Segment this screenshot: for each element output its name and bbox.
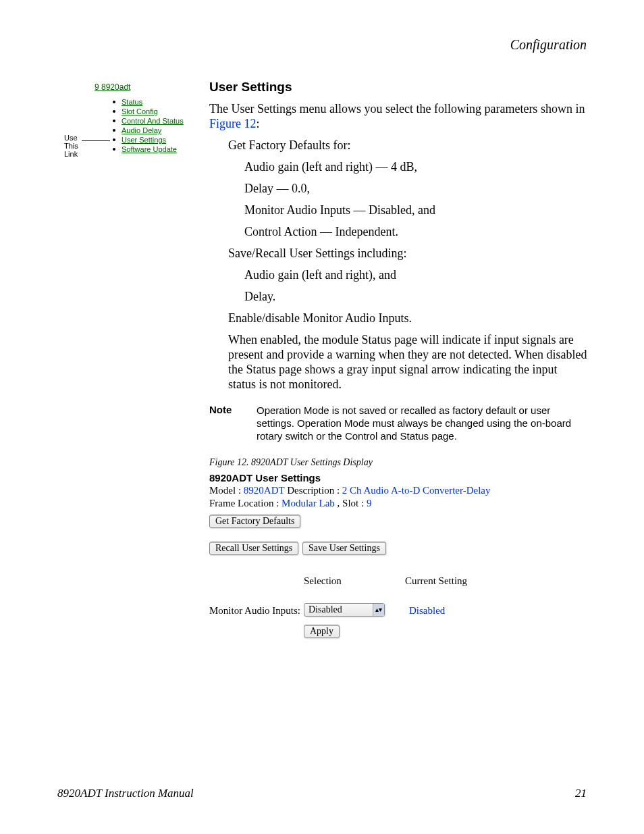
list-item: Audio gain (left and right) — 4 dB, <box>244 159 587 174</box>
ui-location-line: Frame Location : Modular Lab , Slot : 9 <box>209 498 587 509</box>
current-setting-value: Disabled <box>405 605 445 616</box>
group-lead: Get Factory Defaults for: <box>228 138 587 153</box>
ui-model-line: Model : 8920ADT Description : 2 Ch Audio… <box>209 485 587 496</box>
note-label: Note <box>209 404 257 415</box>
recall-user-settings-button[interactable]: Recall User Settings <box>209 542 298 555</box>
label-text: Description : <box>284 485 342 496</box>
save-user-settings-button[interactable]: Save User Settings <box>302 542 386 555</box>
group-text: When enabled, the module Status page wil… <box>228 332 587 392</box>
page-footer: 8920ADT Instruction Manual 21 <box>57 787 587 800</box>
ui-panel-title: 8920ADT User Settings <box>209 472 587 484</box>
sidebar-item-status[interactable]: Status <box>122 98 142 106</box>
slot-link[interactable]: 9 <box>367 498 372 509</box>
apply-button[interactable]: Apply <box>304 625 340 638</box>
sidebar-item-control-and-status[interactable]: Control And Status <box>122 117 184 125</box>
intro-text: The User Settings menu allows you select… <box>209 102 585 115</box>
footer-page-number: 21 <box>575 787 587 800</box>
sidebar-item-software-update[interactable]: Software Update <box>122 145 177 153</box>
figure-caption: Figure 12. 8920ADT User Settings Display <box>209 457 587 468</box>
list-item: Audio gain (left and right), and <box>244 267 587 282</box>
intro-paragraph: The User Settings menu allows you select… <box>209 101 587 131</box>
select-value: Disabled <box>304 604 373 615</box>
intro-text: : <box>257 117 260 130</box>
get-factory-defaults-button[interactable]: Get Factory Defaults <box>209 515 300 528</box>
sidebar-item-user-settings[interactable]: User Settings <box>122 136 166 144</box>
note-block: Note Operation Mode is not saved or reca… <box>209 404 587 442</box>
current-setting-header: Current Setting <box>405 575 506 587</box>
main-content: User Settings The User Settings menu all… <box>209 80 587 642</box>
label-text: Model : <box>209 485 244 496</box>
list-item: Delay — 0.0, <box>244 181 587 196</box>
group-lead: Save/Recall User Settings including: <box>228 246 587 261</box>
selection-header: Selection <box>304 575 405 587</box>
figure-reference-link[interactable]: Figure 12 <box>209 117 257 130</box>
sidebar-item-slot-config[interactable]: Slot Config <box>122 107 158 115</box>
sidebar-item-audio-delay[interactable]: Audio Delay <box>122 126 161 134</box>
label-text: , Slot : <box>335 498 367 509</box>
section-heading: User Settings <box>209 80 587 95</box>
nav-sidebar: 9 8920adt Use This Link Status Slot Conf… <box>64 82 196 154</box>
label-text: Frame Location : <box>209 498 281 509</box>
updown-icon: ▴▾ <box>373 604 384 616</box>
model-link[interactable]: 8920ADT <box>244 485 285 496</box>
sidebar-top-link[interactable]: 9 8920adt <box>95 82 130 92</box>
monitor-audio-select[interactable]: Disabled ▴▾ <box>304 603 385 617</box>
note-text: Operation Mode is not saved or recalled … <box>257 404 587 442</box>
list-item: Delay. <box>244 289 587 304</box>
user-settings-display: 8920ADT User Settings Model : 8920ADT De… <box>209 472 587 642</box>
footer-manual-title: 8920ADT Instruction Manual <box>57 787 194 800</box>
row-label: Monitor Audio Inputs: <box>209 605 304 617</box>
page-header-section: Configuration <box>510 37 587 53</box>
column-headers: Selection Current Setting <box>209 575 587 587</box>
frame-location-link[interactable]: Modular Lab <box>281 498 335 509</box>
list-item: Monitor Audio Inputs — Disabled, and <box>244 203 587 217</box>
description-link[interactable]: 2 Ch Audio A-to-D Converter-Delay <box>342 485 491 496</box>
list-item: Control Action — Independent. <box>244 224 587 239</box>
group-text: Enable/disable Monitor Audio Inputs. <box>228 311 587 325</box>
monitor-audio-row: Monitor Audio Inputs: Disabled ▴▾ Disabl… <box>209 603 587 617</box>
